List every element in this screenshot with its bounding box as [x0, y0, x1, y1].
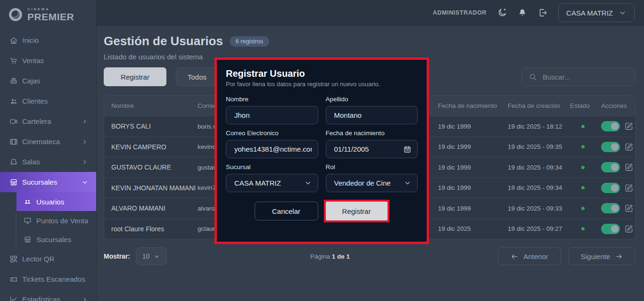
modal-title: Registrar Usuario: [226, 68, 418, 79]
rol-select[interactable]: Vendedor de Cine: [326, 174, 418, 192]
store-icon: [24, 236, 32, 244]
user-name: KEVIN CAMPERO: [111, 143, 198, 151]
edit-icon: [624, 203, 634, 213]
qr-icon: [9, 255, 18, 263]
logout-icon[interactable]: [537, 8, 548, 18]
status-dot: [581, 145, 585, 148]
user-name: GUSTAVO CLAURE: [111, 163, 198, 171]
chevron-right-icon: [81, 158, 89, 166]
edit-icon: [624, 122, 634, 131]
search-icon: [528, 73, 537, 81]
chevron-down-icon: [404, 179, 412, 187]
page-size-select[interactable]: 10: [136, 247, 167, 265]
user-created-date: 19 dic 2025 - 09:34: [508, 164, 570, 171]
sidebar-item-inicio[interactable]: Inicio: [0, 30, 96, 50]
film-icon: [9, 138, 18, 146]
video-icon: [9, 117, 18, 126]
edit-user-button[interactable]: [624, 163, 634, 172]
edit-icon: [624, 163, 634, 172]
seat-icon: [9, 158, 18, 166]
next-page-button[interactable]: Siguiente: [568, 247, 636, 265]
sidebar-item-lector-qr[interactable]: Lector QR: [0, 249, 96, 269]
edit-user-button[interactable]: [624, 142, 634, 152]
user-created-date: 19 dic 2025 - 09:35: [508, 143, 570, 150]
sidebar-item-cartelera[interactable]: Cartelera: [0, 111, 96, 131]
chevron-down-icon: [304, 179, 312, 187]
sidebar-item-sucursales[interactable]: Sucursales: [0, 172, 96, 192]
status-toggle[interactable]: [601, 162, 620, 172]
register-button[interactable]: Registrar: [104, 67, 166, 86]
arrow-right-icon: [615, 252, 623, 260]
chevron-right-icon: [81, 296, 89, 301]
brand-logo: CINEMA PREMIER: [0, 0, 96, 23]
submit-highlight-box: Registrar: [324, 200, 389, 222]
user-birthdate: 19 dic 1999: [438, 184, 508, 191]
sidebar-item-cajas[interactable]: Cajas: [0, 71, 96, 91]
edit-icon: [624, 142, 634, 152]
search-input[interactable]: [542, 73, 637, 81]
user-birthdate: 19 dic 2025: [438, 225, 508, 232]
calendar-icon: [403, 145, 412, 154]
edit-user-button[interactable]: [624, 203, 634, 213]
status-dot: [581, 227, 585, 230]
nombre-field[interactable]: [226, 106, 318, 124]
sidebar-item-cinemateca[interactable]: Cinemateca: [0, 131, 96, 152]
status-toggle[interactable]: [601, 203, 620, 213]
user-group-icon: [24, 198, 32, 206]
edit-user-button[interactable]: [624, 183, 634, 193]
dark-mode-toggle[interactable]: [497, 8, 507, 18]
fecha-nacimiento-label: Fecha de nacimiento: [326, 130, 418, 137]
correo-field[interactable]: [226, 140, 318, 158]
app: CINEMA PREMIER InicioVentasCajasClientes…: [0, 0, 644, 301]
user-created-date: 19 dic 2025 - 18:12: [508, 123, 570, 130]
edit-user-button[interactable]: [624, 122, 634, 131]
bell-icon: [518, 8, 527, 17]
column-header-fecha-de-nacimiento: Fecha de nacimiento: [438, 102, 508, 109]
edit-user-button[interactable]: [624, 224, 634, 234]
notifications-bell-icon[interactable]: [518, 8, 527, 17]
search-box: [521, 67, 636, 86]
status-dot: [581, 186, 585, 189]
sucursal-select[interactable]: CASA MATRIZ: [226, 174, 318, 192]
brand-premier: PREMIER: [27, 12, 74, 22]
apellido-field[interactable]: [326, 106, 418, 124]
sidebar-nav: InicioVentasCajasClientesCarteleraCinema…: [0, 30, 96, 301]
chevron-down-icon: [619, 9, 627, 17]
logout-icon: [537, 8, 548, 18]
page-info: Página 1 de 1: [290, 253, 370, 260]
fecha-nacimiento-field[interactable]: 01/11/2005: [326, 140, 418, 158]
chevron-down-icon: [81, 179, 89, 186]
register-user-modal: Registrar Usuario Por favor llena los da…: [215, 57, 429, 244]
status-toggle[interactable]: [601, 183, 620, 193]
cart-icon: [9, 57, 18, 65]
premier-logo-icon: [8, 7, 24, 23]
status-toggle[interactable]: [601, 224, 620, 234]
sidebar-item-clientes[interactable]: Clientes: [0, 91, 96, 111]
status-toggle[interactable]: [601, 142, 620, 152]
ticket-icon: [9, 275, 18, 284]
pos-icon: [24, 217, 32, 225]
sidebar-subitem-usuarios[interactable]: Usuarios: [17, 192, 96, 211]
sidebar-item-tickets-escaneados[interactable]: Tickets Escaneados: [0, 269, 96, 289]
sidebar-subitem-sucursales[interactable]: Sucursales: [17, 230, 96, 249]
user-birthdate: 19 dic 1999: [438, 164, 508, 171]
filter-todos-button[interactable]: Todos: [176, 67, 218, 86]
cancel-button[interactable]: Cancelar: [255, 202, 318, 220]
sidebar-item-salas[interactable]: Salas: [0, 152, 96, 172]
modal-register-button[interactable]: Registrar: [326, 202, 388, 220]
column-header-estado: Estado: [570, 102, 601, 109]
branch-selector[interactable]: CASA MATRIZ: [558, 3, 635, 22]
previous-page-button[interactable]: Anterior: [498, 247, 561, 265]
chevron-down-icon: [153, 253, 160, 260]
user-role-label: ADMINISTRADOR: [433, 9, 487, 16]
sidebar-item-estadisticas[interactable]: Estadísticas: [0, 289, 96, 301]
user-name: KEVIN JHONATAN MAMANI: [111, 184, 198, 192]
chevron-down-icon: [619, 9, 627, 17]
chevron-down-icon: [304, 179, 312, 187]
status-dot: [581, 166, 585, 169]
users-icon: [9, 97, 18, 106]
correo-label: Correo Electronico: [226, 130, 318, 137]
sidebar-subitem-puntos-de-venta[interactable]: Puntos de Venta: [17, 211, 96, 230]
sidebar-item-ventas[interactable]: Ventas: [0, 50, 96, 71]
status-toggle[interactable]: [601, 121, 620, 131]
